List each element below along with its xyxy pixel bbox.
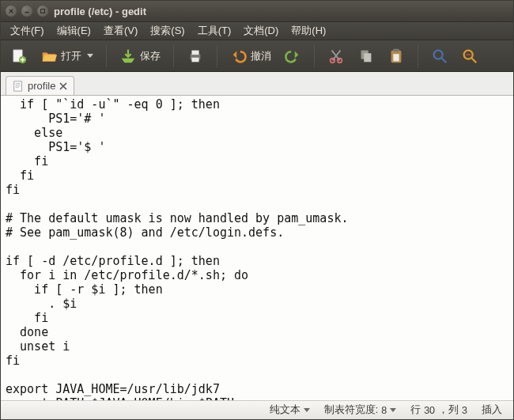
chevron-down-icon [390, 408, 396, 412]
redo-icon [284, 47, 301, 65]
toolbar-separator [418, 45, 418, 67]
minimize-icon [24, 8, 30, 14]
svg-rect-5 [191, 57, 198, 62]
tabbar: profile [1, 72, 513, 96]
tabwidth-selector[interactable]: 制表符宽度: 8 [324, 403, 396, 417]
open-dropdown-arrow-icon [87, 54, 93, 58]
menu-tools[interactable]: 工具(T) [193, 22, 236, 40]
menu-view[interactable]: 查看(V) [99, 22, 142, 40]
editor-content: if [ "`id -u`" -eq 0 ]; then PS1='# ' el… [1, 96, 513, 400]
svg-rect-9 [364, 53, 371, 62]
close-window-button[interactable] [6, 6, 17, 17]
insert-mode: 插入 [482, 403, 502, 417]
col-value: 3 [462, 405, 467, 416]
syntax-label: 纯文本 [270, 403, 300, 417]
open-folder-icon [40, 47, 58, 65]
search-icon [431, 47, 448, 65]
undo-label: 撤消 [251, 49, 271, 63]
paste-icon [387, 47, 405, 65]
maximize-icon [40, 8, 46, 14]
col-label: ，列 [438, 403, 459, 417]
open-label: 打开 [61, 49, 81, 63]
maximize-window-button[interactable] [37, 6, 48, 17]
toolbar-separator [106, 45, 107, 67]
save-label: 保存 [140, 49, 161, 63]
cut-button[interactable] [324, 45, 348, 67]
find-replace-icon [461, 47, 478, 65]
cursor-position: 行 30 ，列 3 [410, 403, 467, 417]
svg-rect-11 [393, 48, 399, 51]
cut-icon [327, 47, 345, 65]
tabwidth-label: 制表符宽度: [324, 403, 378, 417]
menu-documents[interactable]: 文档(D) [239, 22, 283, 40]
document-tab[interactable]: profile [6, 76, 74, 95]
paste-button[interactable] [384, 45, 408, 67]
menu-search[interactable]: 搜索(S) [146, 22, 189, 40]
tabwidth-value: 8 [381, 405, 387, 416]
toolbar-separator [173, 45, 174, 67]
menubar: 文件(F) 编辑(E) 查看(V) 搜索(S) 工具(T) 文档(D) 帮助(H… [1, 21, 513, 40]
undo-icon [230, 47, 248, 65]
tab-close-icon[interactable] [59, 82, 67, 90]
svg-rect-0 [41, 9, 45, 13]
copy-icon [357, 47, 375, 65]
print-icon [187, 47, 204, 65]
tab-label: profile [28, 80, 55, 92]
redo-button[interactable] [281, 45, 304, 67]
statusbar: 纯文本 制表符宽度: 8 行 30 ，列 3 插入 [1, 400, 513, 419]
open-button[interactable]: 打开 [37, 45, 96, 67]
new-document-button[interactable] [7, 45, 31, 67]
toolbar-separator [217, 45, 217, 67]
copy-button[interactable] [354, 45, 378, 67]
syntax-selector[interactable]: 纯文本 [270, 403, 310, 417]
chevron-down-icon [304, 408, 310, 412]
menu-edit[interactable]: 编辑(E) [52, 22, 96, 40]
svg-rect-12 [393, 54, 399, 61]
line-value: 30 [424, 405, 435, 416]
new-file-icon [10, 47, 28, 65]
menu-help[interactable]: 帮助(H) [286, 22, 331, 40]
mode-label: 插入 [482, 403, 502, 417]
editor-area[interactable]: if [ "`id -u`" -eq 0 ]; then PS1='# ' el… [1, 96, 513, 400]
find-button[interactable] [428, 45, 452, 67]
window-controls [6, 6, 48, 17]
find-replace-button[interactable] [458, 45, 482, 67]
svg-point-13 [434, 50, 443, 59]
document-icon [13, 81, 24, 92]
line-label: 行 [410, 403, 421, 417]
minimize-window-button[interactable] [21, 6, 32, 17]
window-title: profile (/etc) - gedit [54, 6, 146, 17]
close-icon [8, 8, 14, 14]
menu-file[interactable]: 文件(F) [6, 22, 49, 40]
toolbar-separator [314, 45, 315, 67]
print-button[interactable] [183, 45, 207, 67]
svg-rect-4 [191, 50, 198, 54]
undo-button[interactable]: 撤消 [227, 45, 274, 67]
titlebar: profile (/etc) - gedit [1, 1, 513, 21]
gedit-window: profile (/etc) - gedit 文件(F) 编辑(E) 查看(V)… [0, 0, 514, 420]
save-icon [119, 47, 137, 65]
toolbar: 打开 保存 撤消 [1, 40, 513, 72]
save-button[interactable]: 保存 [116, 45, 164, 67]
